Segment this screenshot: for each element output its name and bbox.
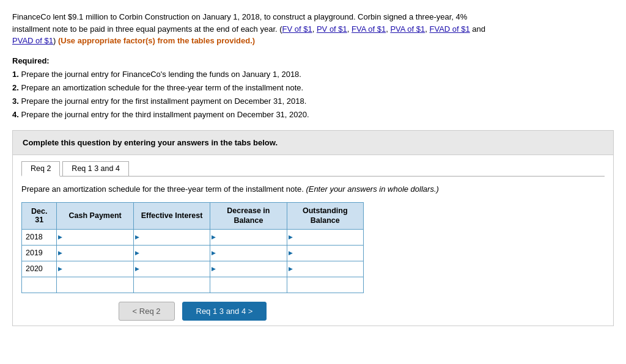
complete-box: Complete this question by entering your … (12, 130, 614, 155)
complete-text: Complete this question by entering your … (23, 138, 603, 147)
tabs-row: Req 2 Req 1 3 and 4 (21, 161, 605, 177)
pva-link[interactable]: PVA of $1 (390, 24, 425, 34)
amortization-table: Dec. 31 Cash Payment Effective Interest … (21, 202, 364, 293)
outstanding-2020-input[interactable] (291, 264, 359, 274)
interest-2018-input[interactable] (138, 232, 206, 242)
interest-2019-input[interactable] (138, 248, 206, 258)
col-header-cash: Cash Payment (57, 203, 133, 230)
decrease-2018-cell[interactable] (210, 229, 287, 245)
tabs-area: Req 2 Req 1 3 and 4 Prepare an amortizat… (12, 155, 614, 326)
orange-instruction: (Use appropriate factor(s) from the tabl… (58, 36, 255, 45)
interest-2019-cell[interactable] (133, 245, 210, 261)
col-header-date: Dec. 31 (22, 203, 57, 230)
year-2019: 2019 (22, 245, 57, 261)
outstanding-2019-input[interactable] (291, 248, 359, 258)
intro-paragraph: FinanceCo lent $9.1 million to Corbin Co… (12, 11, 614, 47)
outstanding-2018-input[interactable] (291, 232, 359, 242)
next-button[interactable]: Req 1 3 and 4 > (182, 302, 267, 321)
total-cash-cell[interactable] (57, 277, 133, 293)
cash-2019-cell[interactable] (57, 245, 133, 261)
year-2018: 2018 (22, 229, 57, 245)
outstanding-2020-cell[interactable] (287, 261, 363, 277)
required-label: Required: (12, 56, 50, 65)
col-header-outstanding: OutstandingBalance (287, 203, 363, 230)
intro-text-2: installment note to be paid in three equ… (12, 24, 282, 34)
year-2020: 2020 (22, 261, 57, 277)
cash-2018-cell[interactable] (57, 229, 133, 245)
tab-req2[interactable]: Req 2 (21, 161, 60, 177)
interest-2020-input[interactable] (138, 264, 206, 274)
table-row-total (22, 277, 364, 293)
fva-link[interactable]: FVA of $1 (352, 24, 386, 34)
table-row: 2018 (22, 229, 364, 245)
outstanding-2018-cell[interactable] (287, 229, 363, 245)
cash-2018-input[interactable] (61, 232, 129, 242)
decrease-2020-cell[interactable] (210, 261, 287, 277)
decrease-2018-input[interactable] (214, 232, 282, 242)
fvad-link[interactable]: FVAD of $1 (430, 24, 470, 34)
cash-2020-cell[interactable] (57, 261, 133, 277)
outstanding-2019-cell[interactable] (287, 245, 363, 261)
req-item-1: 1. Prepare the journal entry for Finance… (12, 68, 614, 81)
col-header-interest: Effective Interest (133, 203, 210, 230)
total-interest-cell[interactable] (133, 277, 210, 293)
req-item-4: 4. Prepare the journal entry for the thi… (12, 108, 614, 122)
tab-req134[interactable]: Req 1 3 and 4 (62, 161, 129, 176)
total-cash-input[interactable] (61, 280, 129, 290)
cash-2019-input[interactable] (61, 248, 129, 258)
interest-2020-cell[interactable] (133, 261, 210, 277)
req-item-2: 2. Prepare an amortization schedule for … (12, 81, 614, 95)
instruction-italic: (Enter your answers in whole dollars.) (306, 184, 438, 194)
cash-2020-input[interactable] (61, 264, 129, 274)
decrease-2020-input[interactable] (214, 264, 282, 274)
required-section: Required: 1. Prepare the journal entry f… (12, 54, 614, 122)
nav-buttons: < Req 2 Req 1 3 and 4 > (21, 302, 364, 321)
total-interest-input[interactable] (138, 280, 206, 290)
total-decrease-input[interactable] (214, 280, 282, 290)
instruction-text: Prepare an amortization schedule for the… (21, 184, 304, 194)
intro-text-1: FinanceCo lent $9.1 million to Corbin Co… (12, 12, 467, 21)
table-row: 2020 (22, 261, 364, 277)
decrease-2019-cell[interactable] (210, 245, 287, 261)
table-row: 2019 (22, 245, 364, 261)
total-year-cell (22, 277, 57, 293)
decrease-2019-input[interactable] (214, 248, 282, 258)
pv-link[interactable]: PV of $1 (317, 24, 347, 34)
prev-button[interactable]: < Req 2 (119, 302, 175, 321)
instruction-line: Prepare an amortization schedule for the… (21, 184, 605, 195)
total-decrease-cell[interactable] (210, 277, 287, 293)
col-header-decrease: Decrease inBalance (210, 203, 287, 230)
interest-2018-cell[interactable] (133, 229, 210, 245)
pvad-link[interactable]: PVAD of $1 (12, 36, 53, 45)
fv-link[interactable]: FV of $1 (282, 24, 312, 34)
req-item-3: 3. Prepare the journal entry for the fir… (12, 95, 614, 108)
total-outstanding-cell (287, 277, 363, 293)
